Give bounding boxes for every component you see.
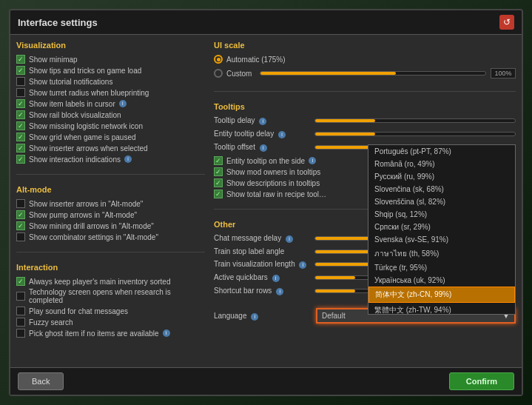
language-dropdown-list: Português (pt-PT, 87%) Română (ro, 49%) … xyxy=(368,144,516,315)
dropdown-item[interactable]: 繁體中文 (zh-TW, 94%) xyxy=(368,303,515,315)
automatic-radio-row: Automatic (175%) xyxy=(214,55,516,64)
list-item: Show rail block visualization xyxy=(16,110,205,119)
custom-radio-row: Custom 100% xyxy=(214,68,516,78)
language-label: Language i xyxy=(214,312,310,321)
dropdown-item[interactable]: Português (pt-PT, 87%) xyxy=(368,145,515,158)
divider xyxy=(16,252,205,252)
visualization-title: Visualization xyxy=(16,41,205,50)
dropdown-item[interactable]: Türkçe (tr, 95%) xyxy=(368,261,515,274)
interface-settings-dialog: Interface settings ↺ Visualization Show … xyxy=(9,9,523,396)
dropdown-item[interactable]: Українська (uk, 92%) xyxy=(368,274,515,287)
mining-drill-arrows-checkbox[interactable] xyxy=(16,221,25,230)
show-turret-radius-checkbox[interactable] xyxy=(16,88,25,97)
list-item: Show grid when game is paused xyxy=(16,133,205,141)
dropdown-item[interactable]: Română (ro, 49%) xyxy=(368,158,515,170)
entity-tooltip-delay-row: Entity tooltip delay i xyxy=(214,130,516,138)
show-minimap-checkbox[interactable] xyxy=(16,55,25,64)
list-item: Show missing logistic network icon xyxy=(16,121,205,130)
info-icon: i xyxy=(276,288,283,295)
interaction-title: Interaction xyxy=(16,263,205,272)
list-item: Always keep player's main inventory sort… xyxy=(16,277,205,286)
dropdown-item[interactable]: Slovenčina (sk, 68%) xyxy=(368,183,515,195)
refresh-button[interactable]: ↺ xyxy=(499,15,514,30)
tooltips-title: Tooltips xyxy=(214,102,516,111)
tooltip-delay-label: Tooltip delay i xyxy=(214,116,310,125)
entity-tooltip-delay-label: Entity tooltip delay i xyxy=(214,130,310,138)
dialog-footer: Back Confirm xyxy=(10,367,522,395)
altmode-section: Alt-mode Show inserter arrows in "Alt-mo… xyxy=(16,185,205,241)
combinator-checkbox[interactable] xyxy=(16,232,25,241)
divider xyxy=(16,174,205,175)
ui-scale-title: UI scale xyxy=(214,41,516,50)
play-sound-checkbox[interactable] xyxy=(16,307,25,315)
train-stop-angle-label: Train stop label angle xyxy=(214,247,310,255)
active-quickbars-label: Active quickbars i xyxy=(214,273,310,282)
list-item: Show interaction indications i xyxy=(16,155,205,164)
info-icon: i xyxy=(260,144,267,152)
dialog-titlebar: Interface settings ↺ xyxy=(10,10,522,35)
ui-scale-section: UI scale Automatic (175%) Custom 100% xyxy=(214,41,516,81)
tech-screen-checkbox[interactable] xyxy=(16,292,25,301)
confirm-button[interactable]: Confirm xyxy=(449,372,514,390)
show-item-labels-checkbox[interactable] xyxy=(16,99,25,108)
dropdown-item[interactable]: Slovenščina (sl, 82%) xyxy=(368,195,515,208)
dropdown-item[interactable]: Русский (ru, 99%) xyxy=(368,170,515,183)
list-item: Show inserter arrows in "Alt-mode" xyxy=(16,199,205,208)
fuzzy-search-checkbox[interactable] xyxy=(16,318,25,327)
interaction-section: Interaction Always keep player's main in… xyxy=(16,263,205,338)
info-icon: i xyxy=(119,100,127,107)
show-inserter-selected-checkbox[interactable] xyxy=(16,144,25,153)
tooltip-delay-slider[interactable] xyxy=(314,118,516,123)
mod-owners-checkbox[interactable] xyxy=(214,167,223,176)
info-icon: i xyxy=(278,131,286,138)
show-tutorial-checkbox[interactable] xyxy=(16,77,25,86)
list-item: Show mining drill arrows in "Alt-mode" xyxy=(16,221,205,230)
dropdown-item[interactable]: Svenska (sv-SE, 91%) xyxy=(368,233,515,246)
dialog-body: Visualization Show minimap Show tips and… xyxy=(10,35,522,367)
list-item: Pick ghost item if no items are availabl… xyxy=(16,329,205,338)
custom-scale-slider[interactable] xyxy=(260,71,486,76)
show-interaction-checkbox[interactable] xyxy=(16,155,25,164)
shortcut-rows-label: Shortcut bar rows i xyxy=(214,287,310,295)
list-item: Show combinator settings in "Alt-mode" xyxy=(16,232,205,241)
altmode-title: Alt-mode xyxy=(16,185,205,194)
list-item: Fuzzy search xyxy=(16,318,205,327)
dropdown-item-highlighted[interactable]: 简体中文 (zh-CN, 99%) xyxy=(368,287,515,303)
show-rail-checkbox[interactable] xyxy=(16,110,25,119)
inserter-arrows-checkbox[interactable] xyxy=(16,199,25,208)
info-icon: i xyxy=(272,275,280,282)
right-column: UI scale Automatic (175%) Custom 100% xyxy=(214,41,516,361)
dialog-title: Interface settings xyxy=(18,17,98,28)
train-viz-label: Train visualization length i xyxy=(214,260,310,269)
dropdown-item[interactable]: Српски (sr, 29%) xyxy=(368,221,515,233)
list-item: Show tutorial notifications xyxy=(16,77,205,86)
list-item: Play sound for chat messages xyxy=(16,307,205,315)
list-item: Show pump arrows in "Alt-mode" xyxy=(16,210,205,219)
entity-side-checkbox[interactable] xyxy=(214,156,223,165)
inventory-sorted-checkbox[interactable] xyxy=(16,277,25,286)
chat-delay-label: Chat message delay i xyxy=(214,234,310,243)
total-raw-checkbox[interactable] xyxy=(214,190,223,198)
divider xyxy=(214,91,516,92)
left-column: Visualization Show minimap Show tips and… xyxy=(16,41,205,361)
list-item: Show inserter arrows when selected xyxy=(16,144,205,153)
dropdown-item[interactable]: ภาษาไทย (th, 58%) xyxy=(368,246,515,261)
pump-arrows-checkbox[interactable] xyxy=(16,210,25,219)
entity-tooltip-slider[interactable] xyxy=(314,132,516,136)
list-item: Show item labels in cursor i xyxy=(16,99,205,108)
dropdown-item[interactable]: Shqip (sq, 12%) xyxy=(368,208,515,221)
info-icon: i xyxy=(124,155,132,163)
info-icon: i xyxy=(251,313,258,321)
automatic-radio[interactable] xyxy=(214,55,223,64)
info-icon: i xyxy=(259,118,266,125)
custom-radio[interactable] xyxy=(214,69,223,78)
show-grid-checkbox[interactable] xyxy=(16,133,25,141)
list-item: Show turret radius when blueprinting xyxy=(16,88,205,97)
show-logistic-checkbox[interactable] xyxy=(16,121,25,130)
back-button[interactable]: Back xyxy=(18,372,64,390)
descriptions-checkbox[interactable] xyxy=(214,178,223,187)
show-tips-checkbox[interactable] xyxy=(16,66,25,75)
list-item: Show tips and tricks on game load xyxy=(16,66,205,75)
pick-ghost-checkbox[interactable] xyxy=(16,329,25,338)
visualization-section: Visualization Show minimap Show tips and… xyxy=(16,41,205,164)
